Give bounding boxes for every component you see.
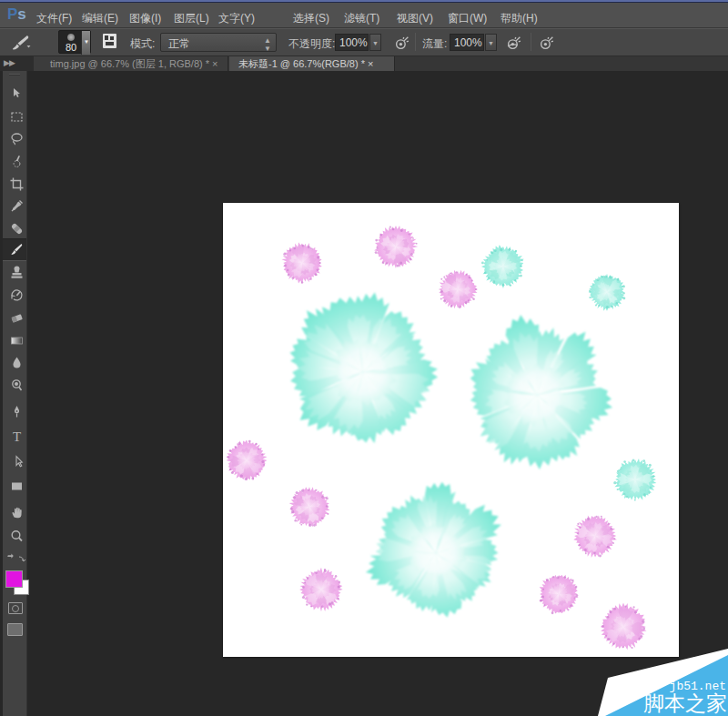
- svg-text:T: T: [13, 429, 21, 444]
- svg-text:脚本之家: 脚本之家: [643, 691, 727, 715]
